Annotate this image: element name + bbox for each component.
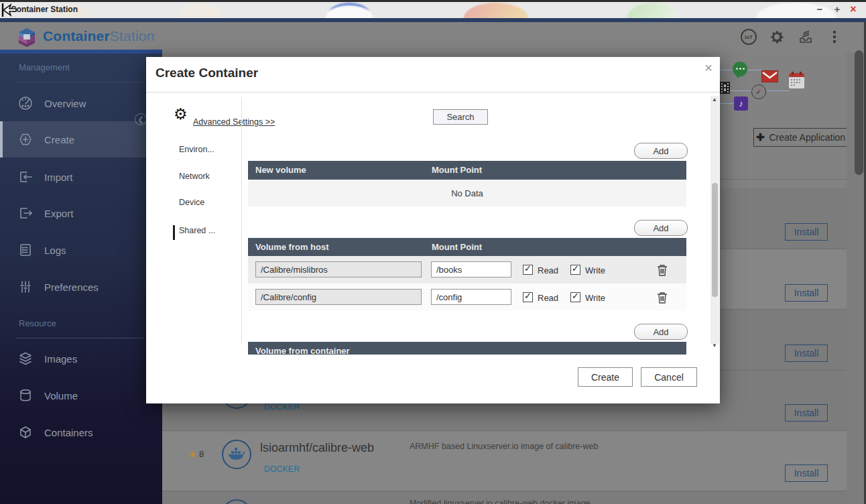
search-button[interactable]: Search [433,109,488,125]
add-container-volume-button[interactable]: Add [634,324,688,340]
add-host-volume-button[interactable]: Add [634,220,688,236]
maximize-button[interactable]: + [830,3,844,15]
sidebar-item-overview[interactable]: Overview [0,85,162,121]
chat-app-icon [733,62,747,76]
advanced-settings-link[interactable]: Advanced Settings >> [193,117,275,127]
sidebar-item-preferences[interactable]: Preferences [0,269,162,305]
host-path-input[interactable] [255,289,422,305]
column-volume-from-host: Volume from host [255,242,329,252]
minimize-button[interactable]: − [813,3,826,15]
sidebar-item-create[interactable]: Create [0,121,162,158]
background-blob [627,3,678,18]
page-scrollbar-thumb[interactable] [855,50,863,175]
sidebar-item-label: Export [44,208,73,219]
sidebar-item-label: Overview [44,98,86,109]
delete-row-icon[interactable] [657,264,668,276]
mail-app-icon [761,70,778,82]
speedometer-icon [17,95,34,111]
dialog-close-icon[interactable]: × [701,60,716,76]
dialog-title: Create Container [156,66,258,80]
create-hexagon-icon [17,131,34,147]
sidebar-item-images[interactable]: Images [0,340,162,377]
scroll-down-icon[interactable]: ▼ [712,342,717,349]
window-titlebar: Container Station − + × [0,2,866,18]
sidebar-item-import[interactable]: Import [0,159,162,195]
write-checkbox[interactable] [570,265,580,275]
sidebar-item-label: Logs [44,245,66,256]
mount-point-input[interactable] [431,289,511,305]
install-button[interactable]: Install [785,284,828,302]
create-container-dialog: Create Container × ⚙ Advanced Settings >… [146,57,720,403]
create-application-button[interactable]: ✚ Create Application [753,128,848,147]
cylinder-icon [17,387,34,403]
image-name[interactable]: lsioarmhf/calibre-web [260,441,374,455]
sidebar-item-label: Import [44,172,73,183]
volume-from-host-table-header: Volume from host Mount Point [248,238,686,256]
film-app-icon [720,82,730,94]
dialog-nav-device[interactable]: Device [179,198,204,207]
column-mount-point: Mount Point [432,165,482,175]
write-label: Write [585,265,605,275]
iot-icon[interactable]: IoT [741,29,757,45]
sidebar-section-resource: Resource [19,318,56,328]
dialog-nav-environment[interactable]: Environ... [179,145,214,154]
background-blob [464,3,528,18]
sidebar-item-containers[interactable]: Containers [0,414,162,450]
create-button[interactable]: Create [578,367,633,387]
mount-point-input[interactable] [431,261,511,277]
read-checkbox[interactable] [523,292,533,302]
dialog-nav-network[interactable]: Network [179,172,210,181]
install-button[interactable]: Install [785,223,828,241]
scroll-up-icon[interactable]: ▲ [712,97,717,103]
sliders-icon [17,279,34,295]
sidebar-section-management: Management [19,62,70,72]
delete-row-icon[interactable] [657,292,668,304]
new-volume-table-header: New volume Mount Point [248,161,686,180]
star-icon: ★ [188,449,197,460]
container-station-window: Container Station − + × ContainerStation… [0,0,866,504]
install-button[interactable]: Install [785,464,828,482]
sidebar-item-logs[interactable]: Logs [0,232,162,268]
app-header: ContainerStation IoT [0,22,866,52]
logs-icon [17,242,34,258]
more-menu-icon[interactable] [826,29,843,45]
column-volume-from-container: Volume from container [255,346,350,355]
window-title: Container Station [11,5,78,14]
close-window-button[interactable]: × [847,3,860,15]
settings-gear-icon[interactable] [769,29,785,45]
app-title-bold: Container [43,28,110,44]
dialog-nav-shared-folders[interactable]: Shared ... [179,226,215,235]
add-new-volume-button[interactable]: Add [634,143,688,159]
advanced-settings-gear-icon: ⚙ [174,105,188,123]
dialog-divider [146,92,720,92]
app-title: ContainerStation [43,28,155,44]
read-checkbox[interactable] [523,265,533,275]
sidebar-item-label: Containers [44,427,93,438]
image-description: Modified linuxserver.io calibre-web dock… [410,499,591,504]
sidebar-item-volume[interactable]: Volume [0,377,162,414]
events-log-icon[interactable] [798,29,814,45]
sidebar-item-label: Preferences [44,281,99,293]
cube-icon [17,424,34,440]
marketplace-row: ★ 8 lsioarmhf/calibre-web DOCKER ARMHF b… [162,431,847,491]
host-path-input[interactable] [255,261,422,277]
volume-from-container-table-header: Volume from container [248,342,686,355]
cancel-button[interactable]: Cancel [641,367,697,387]
host-volume-row: Read Write [248,284,686,311]
read-label: Read [538,293,558,303]
plus-icon: ✚ [756,131,765,143]
nav-divider [241,97,242,344]
create-application-label: Create Application [769,132,845,143]
install-button[interactable]: Install [785,404,828,422]
sidebar-item-export[interactable]: Export [0,195,162,231]
write-checkbox[interactable] [570,292,580,302]
music-app-icon: ♪ [734,97,748,111]
docker-whale-icon [222,440,251,469]
layers-icon [17,351,34,367]
platform-label: DOCKER [264,402,300,412]
star-count: 8 [199,449,204,459]
active-nav-indicator [173,225,175,240]
sidebar-item-label: Volume [44,390,78,401]
dialog-scrollbar-thumb[interactable] [712,183,718,297]
install-button[interactable]: Install [785,344,828,362]
